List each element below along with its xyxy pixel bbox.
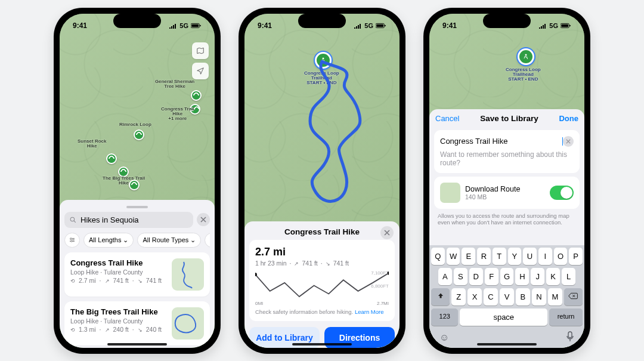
emoji-key[interactable]: ☺ <box>439 332 449 343</box>
filter-elev[interactable]: All Elev <box>205 233 210 248</box>
results-list[interactable]: Congress Trail Hike Loop Hike · Tulare C… <box>64 252 210 348</box>
return-key[interactable]: return <box>549 308 583 326</box>
notch <box>483 14 531 28</box>
filter-type[interactable]: All Route Types⌄ <box>137 233 201 248</box>
detail-body: 2.7 mi 1 hr 23 min· 741 ft· 741 ft 7,100… <box>249 240 395 321</box>
trailhead-label: Congress LoopTrailheadSTART • END <box>506 67 541 82</box>
notch <box>113 14 161 28</box>
key-y[interactable]: Y <box>508 248 522 265</box>
key-q[interactable]: Q <box>431 248 445 265</box>
chevron-down-icon: ⌄ <box>123 236 128 244</box>
map-label: Sunset RockHike <box>78 139 106 149</box>
map-label: General ShermanTree Hike <box>155 79 194 90</box>
search-input[interactable] <box>80 215 188 224</box>
status-time: 9:41 <box>258 21 272 30</box>
home-indicator[interactable] <box>477 343 537 345</box>
elevation-chart: 7,100FT 6,800FT 0MI 2.7MI <box>255 270 389 305</box>
clear-name-button[interactable] <box>563 136 574 147</box>
key-k[interactable]: K <box>546 268 560 285</box>
numbers-key[interactable]: 123 <box>431 308 458 326</box>
map-icon <box>196 47 205 55</box>
space-key[interactable]: space <box>460 308 547 326</box>
key-g[interactable]: G <box>500 268 514 285</box>
key-o[interactable]: O <box>554 248 568 265</box>
signal-icon <box>354 23 362 29</box>
route-name-input[interactable] <box>440 137 562 146</box>
phone-1: 9:41 5G 2 General ShermanTree Hike Congr… <box>54 8 221 354</box>
download-toggle[interactable] <box>550 186 574 200</box>
key-i[interactable]: I <box>538 248 552 265</box>
key-p[interactable]: P <box>569 248 583 265</box>
filter-settings-button[interactable] <box>64 233 80 248</box>
screen-trail-detail: 9:41 5G Congress LoopTrailheadSTART • EN… <box>244 14 400 348</box>
map-mode-button[interactable] <box>192 42 209 59</box>
result-subtitle: Loop Hike · Tulare County <box>70 269 167 276</box>
key-e[interactable]: E <box>462 248 475 265</box>
download-size: 140 MB <box>465 193 545 200</box>
key-f[interactable]: F <box>485 268 499 285</box>
map-pin[interactable] <box>134 129 144 140</box>
map-label: Congress TrailHike+1 more <box>161 107 194 122</box>
key-b[interactable]: B <box>516 288 530 306</box>
svg-point-16 <box>525 54 527 55</box>
status-right: 5G <box>354 22 386 29</box>
done-button[interactable]: Done <box>559 114 578 123</box>
key-m[interactable]: M <box>548 288 562 306</box>
signal-icon <box>169 23 177 29</box>
cancel-button[interactable]: Cancel <box>435 114 459 123</box>
status-right: 5G <box>169 22 202 29</box>
map-pin[interactable] <box>191 90 202 101</box>
key-j[interactable]: J <box>531 268 544 285</box>
key-w[interactable]: W <box>447 248 460 265</box>
key-row-2: ASDFGHJKL <box>431 268 583 285</box>
route-name-row[interactable] <box>440 136 574 147</box>
close-button[interactable] <box>380 226 394 239</box>
home-indicator[interactable] <box>292 343 352 345</box>
route-note-input[interactable]: Want to remember something about this ro… <box>440 150 574 167</box>
battery-icon <box>376 23 386 29</box>
svg-rect-9 <box>385 24 385 26</box>
sheet-grabber[interactable] <box>126 206 148 208</box>
key-z[interactable]: Z <box>451 288 466 306</box>
key-n[interactable]: N <box>532 288 546 306</box>
key-x[interactable]: X <box>467 288 482 306</box>
hiker-icon <box>522 53 530 60</box>
key-v[interactable]: V <box>500 288 514 306</box>
backspace-key[interactable] <box>564 288 583 306</box>
keyboard: QWERTYUIOP ASDFGHJKL ZXCVBNM 123 space r… <box>429 245 584 348</box>
filter-length[interactable]: All Lengths⌄ <box>83 233 134 248</box>
phone-3: 9:41 5G Congress LoopTrailheadSTART • EN… <box>423 8 590 354</box>
home-indicator[interactable] <box>107 343 167 345</box>
svg-rect-2 <box>200 24 200 26</box>
shift-key[interactable] <box>431 288 450 306</box>
key-d[interactable]: D <box>469 268 483 285</box>
locate-button[interactable] <box>192 63 209 79</box>
map-pin[interactable] <box>106 153 117 164</box>
detail-stats: 1 hr 23 min· 741 ft· 741 ft <box>255 260 389 267</box>
key-t[interactable]: T <box>493 248 506 265</box>
result-thumb <box>172 307 204 340</box>
key-c[interactable]: C <box>484 288 498 306</box>
key-l[interactable]: L <box>562 268 575 285</box>
key-u[interactable]: U <box>523 248 537 265</box>
download-hint: Allows you to access the route and surro… <box>429 209 584 227</box>
key-row-1: QWERTYUIOP <box>431 248 583 265</box>
dictation-key[interactable] <box>566 331 574 344</box>
key-r[interactable]: R <box>477 248 491 265</box>
learn-more-link[interactable]: Learn More <box>355 308 384 315</box>
location-arrow-icon <box>196 67 205 75</box>
key-s[interactable]: S <box>454 268 467 285</box>
filter-length-label: All Lengths <box>89 236 121 243</box>
list-item[interactable]: Congress Trail Hike Loop Hike · Tulare C… <box>64 252 210 297</box>
results-sheet: All Lengths⌄ All Route Types⌄ All Elev C… <box>60 200 215 348</box>
trailhead-pin[interactable] <box>518 48 534 65</box>
status-time: 9:41 <box>442 21 457 30</box>
signal-icon <box>538 23 547 29</box>
search-bar[interactable] <box>64 212 193 228</box>
key-h[interactable]: H <box>515 268 529 285</box>
svg-rect-15 <box>569 24 570 26</box>
clear-search-button[interactable] <box>197 213 210 226</box>
list-item[interactable]: The Big Trees Trail Hike Loop Hike · Tul… <box>64 301 210 345</box>
key-a[interactable]: A <box>438 268 452 285</box>
svg-point-5 <box>73 239 74 240</box>
